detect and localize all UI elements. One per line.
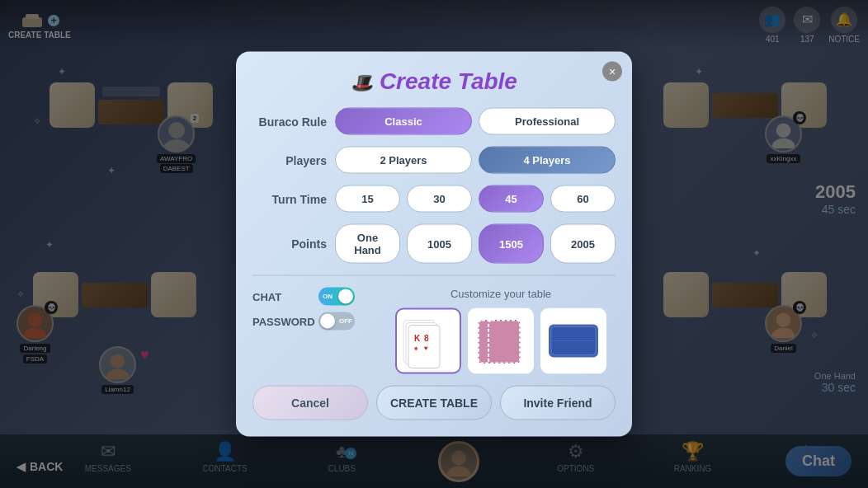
modal-close-button[interactable]: × [602, 62, 622, 82]
points-1005[interactable]: 1005 [407, 224, 472, 264]
points-one-hand[interactable]: One Hand [335, 224, 400, 264]
points-options: One Hand 1005 1505 2005 [335, 224, 616, 264]
points-2005[interactable]: 2005 [550, 224, 616, 264]
points-label: Points [252, 237, 327, 251]
chat-toggle[interactable]: ON [318, 288, 355, 306]
toggle-knob [338, 289, 353, 304]
turn-time-row: Turn Time 15 30 45 60 [252, 185, 616, 213]
card-option-1[interactable]: K ♠ 8 ♥ [395, 308, 461, 374]
buraco-rule-label: Buraco Rule [252, 115, 327, 128]
customize-title: Customize your table [386, 288, 616, 300]
players-2-button[interactable]: 2 Players [335, 147, 472, 174]
customize-row: CHAT ON PASSWORD OFF Customize your tabl… [252, 288, 616, 374]
players-row: Players 2 Players 4 Players [252, 147, 616, 174]
chat-toggle-row: CHAT ON [252, 288, 376, 306]
password-toggle[interactable]: OFF [318, 312, 355, 331]
players-options: 2 Players 4 Players [335, 147, 616, 174]
card-options: K ♠ 8 ♥ [386, 308, 616, 374]
password-label: PASSWORD [252, 315, 310, 327]
turn-time-label: Turn Time [252, 192, 327, 205]
invite-friend-button[interactable]: Invite Friend [500, 386, 616, 420]
turn-time-45[interactable]: 45 [479, 185, 544, 213]
password-toggle-row: PASSWORD OFF [252, 312, 376, 331]
create-table-button[interactable]: CREATE TABLE [376, 386, 492, 420]
card-option-2[interactable] [468, 308, 534, 374]
turn-time-options: 15 30 45 60 [335, 185, 616, 213]
chat-label: CHAT [252, 290, 310, 303]
players-4-button[interactable]: 4 Players [479, 147, 616, 174]
professional-button[interactable]: Professional [479, 108, 616, 135]
card-option-3[interactable] [540, 308, 606, 374]
customize-cards-section: Customize your table K ♠ 8 ♥ [386, 288, 616, 374]
password-off-text: OFF [339, 317, 352, 325]
buraco-rule-row: Buraco Rule Classic Professional [252, 108, 616, 135]
points-row: Points One Hand 1005 1505 2005 [252, 224, 616, 264]
card-svg-2 [472, 312, 530, 370]
cancel-button[interactable]: Cancel [252, 386, 368, 420]
card-svg-3 [545, 312, 602, 370]
card-svg-1: K ♠ 8 ♥ [399, 312, 457, 370]
svg-text:♥: ♥ [424, 345, 428, 352]
svg-text:K: K [414, 334, 421, 343]
chat-on-text: ON [323, 293, 333, 300]
players-label: Players [252, 153, 327, 167]
turn-time-60[interactable]: 60 [550, 185, 616, 213]
title-text: Create Table [380, 68, 517, 94]
svg-rect-21 [488, 321, 520, 364]
turn-time-15[interactable]: 15 [335, 185, 400, 213]
toggle-knob [320, 314, 335, 329]
create-table-modal: × 🎩 Create Table Buraco Rule Classic Pro… [236, 52, 632, 437]
toggles-section: CHAT ON PASSWORD OFF [252, 288, 376, 374]
title-icon: 🎩 [351, 73, 373, 93]
modal-title: 🎩 Create Table [252, 68, 616, 95]
points-1505[interactable]: 1505 [479, 224, 544, 264]
action-row: Cancel CREATE TABLE Invite Friend [252, 386, 616, 420]
divider [252, 275, 616, 276]
svg-text:8: 8 [424, 334, 429, 343]
classic-button[interactable]: Classic [335, 108, 472, 135]
buraco-rule-options: Classic Professional [335, 108, 616, 135]
turn-time-30[interactable]: 30 [407, 185, 472, 213]
